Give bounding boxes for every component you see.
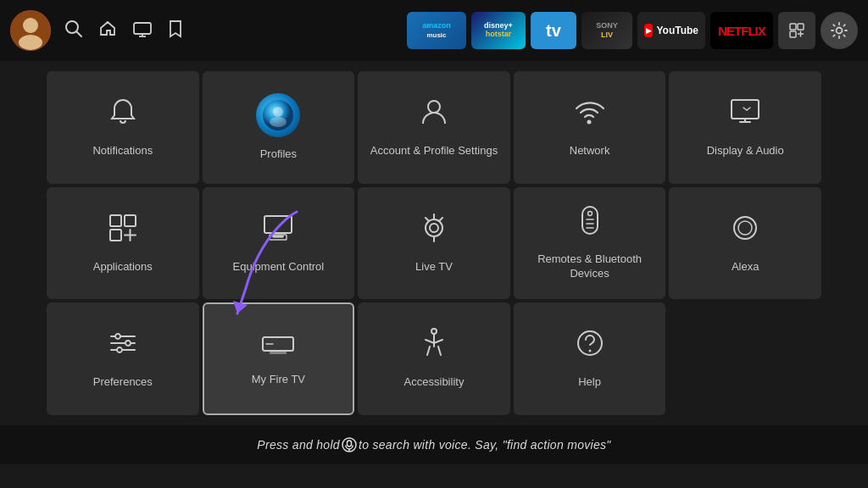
help-tile[interactable]: Help (514, 302, 666, 415)
display-audio-tile[interactable]: Display & Audio (669, 71, 821, 184)
svg-point-24 (426, 219, 442, 236)
disney-hotstar-app[interactable]: disney+hotstar (471, 12, 526, 49)
sliders-icon (108, 328, 138, 365)
firetv-icon (261, 331, 295, 363)
notifications-label: Notifications (92, 144, 153, 158)
help-icon (575, 328, 605, 365)
live-tv-tile[interactable]: Live TV (358, 187, 510, 300)
svg-point-28 (587, 212, 592, 216)
remotes-bluetooth-tile[interactable]: Remotes & Bluetooth Devices (514, 187, 666, 300)
my-fire-tv-label: My Fire TV (252, 373, 305, 387)
equipment-control-label: Equipment Control (233, 260, 325, 274)
my-fire-tv-tile[interactable]: My Fire TV (203, 302, 355, 415)
apps-icon (108, 213, 138, 250)
svg-point-1 (23, 18, 38, 33)
empty-tile (669, 302, 821, 415)
preferences-tile[interactable]: Preferences (47, 302, 199, 415)
amazon-music-app[interactable]: amazonmusic (407, 12, 466, 49)
settings-grid: Notifications Profiles (0, 61, 868, 425)
tv-app[interactable]: tv (531, 12, 576, 49)
svg-rect-10 (790, 31, 796, 37)
svg-rect-9 (798, 24, 804, 30)
svg-point-46 (588, 350, 591, 352)
svg-line-4 (77, 31, 82, 36)
applications-label: Applications (93, 260, 153, 274)
accessibility-label: Accessibility (404, 375, 465, 390)
remotes-bluetooth-label: Remotes & Bluetooth Devices (520, 252, 659, 281)
svg-point-16 (587, 119, 591, 124)
remote-icon (579, 205, 601, 242)
antenna-icon (419, 213, 449, 250)
home-icon[interactable] (98, 19, 117, 42)
nav-apps: amazonmusic disney+hotstar tv SONYLIV ▶ … (407, 12, 858, 49)
youtube-app[interactable]: ▶ YouTube (637, 12, 705, 49)
svg-rect-18 (110, 215, 121, 226)
grid-app[interactable] (778, 12, 815, 49)
wifi-icon (573, 97, 607, 134)
network-label: Network (570, 144, 610, 158)
mic-icon (342, 437, 357, 453)
bottom-bar: Press and hold to search with voice. Say… (0, 425, 868, 464)
alexa-tile[interactable]: Alexa (669, 187, 821, 300)
live-tv-label: Live TV (415, 260, 453, 274)
settings-button[interactable] (821, 12, 858, 49)
avatar[interactable] (10, 10, 51, 51)
svg-point-13 (273, 107, 283, 117)
nav-icons (64, 19, 183, 42)
nav-bar: amazonmusic disney+hotstar tv SONYLIV ▶ … (0, 0, 868, 61)
bookmark-icon[interactable] (168, 19, 183, 42)
svg-point-14 (270, 117, 287, 127)
svg-point-11 (837, 28, 843, 34)
account-profile-label: Account & Profile Settings (370, 144, 498, 158)
svg-point-39 (117, 347, 122, 352)
svg-point-32 (734, 217, 756, 239)
svg-rect-21 (264, 216, 292, 233)
help-label: Help (578, 375, 601, 390)
notifications-tile[interactable]: Notifications (47, 71, 199, 184)
svg-rect-8 (790, 24, 796, 30)
display-icon (728, 97, 762, 134)
network-tile[interactable]: Network (514, 71, 666, 184)
svg-point-15 (428, 101, 440, 113)
profiles-label: Profiles (260, 147, 297, 162)
youtube-play-icon: ▶ (644, 24, 653, 37)
display-audio-label: Display & Audio (707, 144, 784, 158)
svg-point-38 (125, 341, 131, 346)
alexa-label: Alexa (732, 260, 760, 274)
profile-avatar-icon (256, 93, 300, 137)
bottom-text-before: Press and hold (257, 438, 340, 452)
tv-icon[interactable] (132, 19, 153, 42)
svg-point-43 (431, 329, 437, 334)
search-icon[interactable] (64, 19, 83, 42)
bell-icon (108, 97, 138, 134)
svg-rect-5 (134, 23, 151, 34)
svg-point-25 (430, 224, 438, 232)
svg-rect-41 (270, 351, 287, 354)
svg-point-33 (738, 221, 752, 235)
person-icon (419, 97, 449, 134)
sony-liv-app[interactable]: SONYLIV (581, 12, 632, 49)
bottom-text-after: to search with voice. Say, "find action … (359, 438, 611, 452)
netflix-app[interactable]: NETFLIX (710, 12, 773, 49)
svg-rect-20 (110, 230, 121, 241)
equipment-tv-icon (261, 213, 295, 250)
preferences-label: Preferences (93, 375, 153, 390)
equipment-control-tile[interactable]: Equipment Control (203, 187, 355, 300)
svg-rect-19 (125, 215, 136, 226)
alexa-icon (730, 213, 760, 250)
svg-point-37 (115, 334, 120, 339)
account-profile-tile[interactable]: Account & Profile Settings (358, 71, 510, 184)
svg-rect-48 (347, 441, 351, 446)
accessibility-tile[interactable]: Accessibility (358, 302, 510, 415)
accessibility-icon (421, 328, 447, 365)
svg-point-2 (19, 35, 42, 50)
profiles-tile[interactable]: Profiles (203, 71, 355, 184)
applications-tile[interactable]: Applications (47, 187, 199, 300)
